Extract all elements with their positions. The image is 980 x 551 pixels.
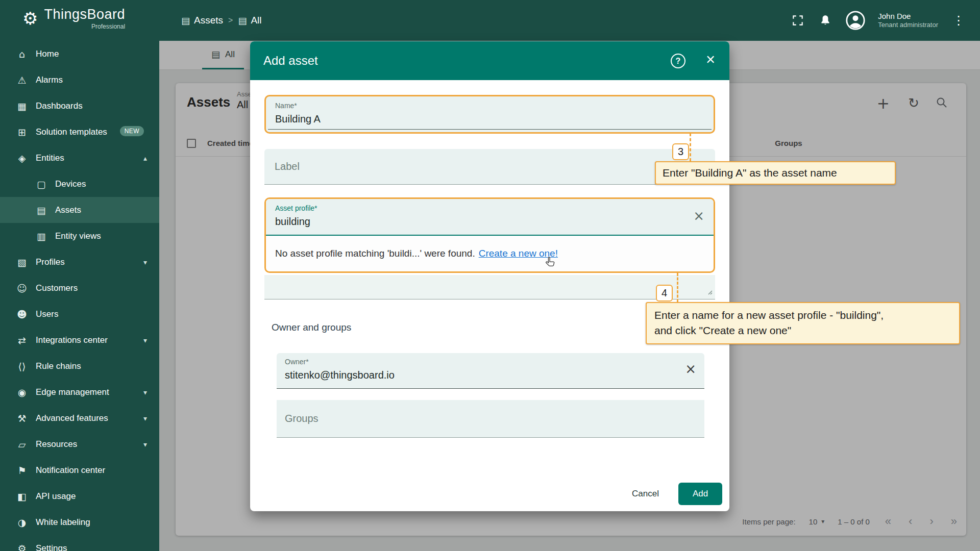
asset-profile-field[interactable]: Asset profile* × <box>266 199 714 236</box>
sidebar-item-alarms[interactable]: ⚠Alarms <box>0 67 159 93</box>
user-avatar[interactable] <box>845 10 866 31</box>
help-button[interactable]: ? <box>671 54 685 68</box>
topbar: ⚙ ThingsBoard Professional ▤ Assets > ▤ … <box>0 0 980 41</box>
resources-icon: ▱ <box>13 439 31 450</box>
chevron-up-icon: ▴ <box>143 154 147 162</box>
devices-icon: ▢ <box>33 179 50 190</box>
label-input[interactable] <box>275 149 680 184</box>
sidebar-item-label: Assets <box>55 205 81 215</box>
sidebar-item-profiles[interactable]: ▧Profiles▾ <box>0 249 159 275</box>
name-input[interactable] <box>275 113 678 125</box>
brand-subtitle: Professional <box>44 23 125 30</box>
sidebar-item-home[interactable]: ⌂Home <box>0 41 159 67</box>
sidebar-item-label: Entities <box>36 153 64 163</box>
user-role: Tenant administrator <box>878 21 938 30</box>
sidebar-item-advanced-features[interactable]: ⚒Advanced features▾ <box>0 405 159 431</box>
sidebar-item-resources[interactable]: ▱Resources▾ <box>0 431 159 457</box>
callout3-connector-line <box>690 133 691 161</box>
home-icon: ⌂ <box>13 48 31 60</box>
sidebar-item-label: Devices <box>55 179 86 189</box>
close-icon[interactable]: × <box>706 52 715 67</box>
assets-icon: ▤ <box>33 205 50 216</box>
app-root: ⚙ ThingsBoard Professional ▤ Assets > ▤ … <box>0 0 980 551</box>
account-circle-icon <box>845 10 866 31</box>
sidebar-item-rule-chains[interactable]: ⟨⟩Rule chains <box>0 353 159 379</box>
sidebar-item-white-labeling[interactable]: ◑White labeling <box>0 509 159 535</box>
clear-profile-icon[interactable]: × <box>693 209 704 222</box>
entities-icon: ◈ <box>13 153 31 164</box>
sidebar-item-solution-templates[interactable]: ⊞Solution templatesNEW <box>0 119 159 145</box>
customers-icon: ☺ <box>13 283 31 294</box>
sidebar-item-users[interactable]: ☻Users <box>0 301 159 327</box>
groups-field[interactable] <box>277 400 704 438</box>
dialog-footer: Cancel Add <box>250 481 729 507</box>
owner-field-label: Owner* <box>285 358 309 366</box>
sidebar-item-label: Solution templates <box>36 127 107 137</box>
sidebar-item-edge-management[interactable]: ◉Edge management▾ <box>0 379 159 405</box>
sidebar-item-entity-views[interactable]: ▥Entity views <box>0 223 159 249</box>
sidebar-item-settings[interactable]: ⚙Settings <box>0 535 159 551</box>
brand-logo[interactable]: ⚙ ThingsBoard Professional <box>22 7 125 30</box>
logo-gear-icon: ⚙ <box>22 8 38 29</box>
chevron-down-icon: ▾ <box>143 414 147 422</box>
sidebar-item-label: Integrations center <box>36 335 108 345</box>
user-menu[interactable]: John Doe Tenant administrator <box>878 11 938 30</box>
solution-templates-icon: ⊞ <box>13 127 31 138</box>
rule-chains-icon: ⟨⟩ <box>13 361 31 372</box>
entity-views-icon: ▥ <box>33 231 50 242</box>
sidebar-item-dashboards[interactable]: ▦Dashboards <box>0 93 159 119</box>
no-match-text: No asset profile matching 'buildi...' we… <box>275 248 475 259</box>
dialog-header: Add asset ? × <box>250 41 729 80</box>
name-field-underline <box>268 129 712 130</box>
sidebar-item-integrations-center[interactable]: ⇄Integrations center▾ <box>0 327 159 353</box>
name-field[interactable]: Name* <box>264 95 715 134</box>
fullscreen-icon <box>791 14 804 27</box>
users-icon: ☻ <box>13 309 31 320</box>
sidebar-item-label: Resources <box>36 439 77 449</box>
brand-name: ThingsBoard <box>44 7 125 22</box>
sidebar-item-label: Profiles <box>36 257 65 267</box>
asset-profile-input[interactable] <box>275 216 678 228</box>
cancel-button[interactable]: Cancel <box>624 484 667 504</box>
description-field[interactable] <box>264 275 715 299</box>
chevron-down-icon: ▾ <box>143 258 147 266</box>
owner-input[interactable] <box>285 369 670 381</box>
resize-handle-icon[interactable] <box>706 288 713 297</box>
add-button[interactable]: Add <box>678 483 722 505</box>
callout4-text-box: Enter a name for a new asset profile - "… <box>646 302 960 344</box>
api-usage-icon: ◧ <box>13 491 31 502</box>
chevron-down-icon: ▾ <box>143 440 147 448</box>
breadcrumb-all[interactable]: ▤ All <box>238 15 261 26</box>
sidebar-item-label: Users <box>36 309 58 319</box>
sidebar-item-api-usage[interactable]: ◧API usage <box>0 483 159 509</box>
dashboards-icon: ▦ <box>13 101 31 112</box>
fullscreen-button[interactable] <box>790 13 805 28</box>
breadcrumb: ▤ Assets > ▤ All <box>181 0 262 41</box>
breadcrumb-assets-label: Assets <box>194 15 223 26</box>
advanced-features-icon: ⚒ <box>13 413 31 424</box>
owner-field[interactable]: Owner* × <box>277 353 704 389</box>
callout4-line1: Enter a name for a new asset profile - "… <box>654 308 951 323</box>
chevron-down-icon: ▾ <box>143 336 147 344</box>
groups-input[interactable] <box>285 400 670 437</box>
profile-suggestion-panel: No asset profile matching 'buildi...' we… <box>266 236 714 271</box>
label-field[interactable] <box>264 149 715 185</box>
sidebar-item-entities[interactable]: ◈Entities▴ <box>0 145 159 171</box>
alarms-icon: ⚠ <box>13 74 31 86</box>
hand-cursor <box>544 256 557 271</box>
sidebar-item-label: Alarms <box>36 75 63 85</box>
breadcrumb-assets[interactable]: ▤ Assets <box>181 15 223 26</box>
sidebar-item-devices[interactable]: ▢Devices <box>0 171 159 197</box>
profiles-icon: ▧ <box>13 257 31 268</box>
sidebar-item-label: Rule chains <box>36 361 81 371</box>
clear-owner-icon[interactable]: × <box>685 362 696 375</box>
more-options-button[interactable]: ⋮ <box>950 13 967 28</box>
sidebar-item-customers[interactable]: ☺Customers <box>0 275 159 301</box>
sidebar-item-notification-center[interactable]: ⚑Notification center <box>0 457 159 483</box>
notifications-button[interactable] <box>818 13 833 28</box>
asset-group-icon: ▤ <box>238 15 247 26</box>
edge-management-icon: ◉ <box>13 387 31 398</box>
sidebar-item-assets[interactable]: ▤Assets <box>0 197 159 223</box>
breadcrumb-all-label: All <box>251 15 261 26</box>
new-badge: NEW <box>120 126 144 136</box>
